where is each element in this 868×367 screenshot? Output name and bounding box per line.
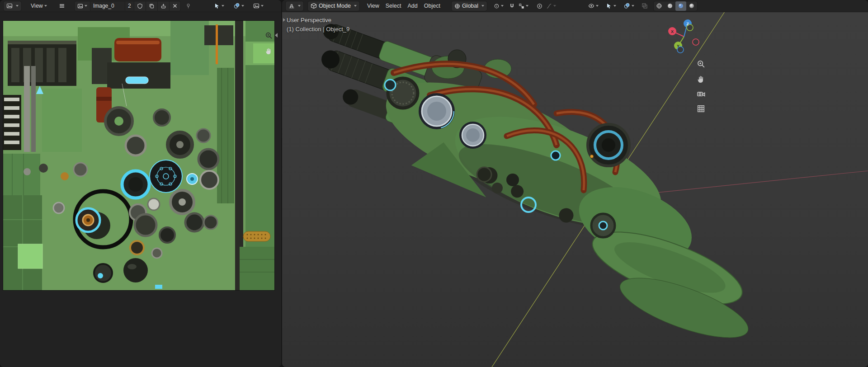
pan-hand-button[interactable] — [265, 47, 273, 55]
globe-icon — [454, 3, 460, 9]
pack-image-button[interactable] — [158, 1, 170, 11]
solid-sphere-icon — [667, 3, 673, 9]
pin-button[interactable] — [184, 1, 193, 10]
menu-view[interactable]: View — [28, 1, 50, 10]
channels-icon — [253, 3, 259, 9]
shading-solid-button[interactable] — [665, 1, 675, 11]
hamburger-button[interactable] — [57, 1, 66, 10]
browse-image-icon — [77, 3, 83, 9]
new-image-button[interactable] — [146, 1, 158, 11]
proportional-edit-button[interactable] — [535, 1, 544, 10]
snap-toggle-button[interactable] — [508, 1, 516, 10]
menu-select[interactable]: Select — [382, 1, 405, 10]
channels-dropdown[interactable] — [252, 1, 265, 10]
image-name-field[interactable]: Image_0 — [90, 1, 125, 11]
chevron-down-icon — [16, 5, 19, 7]
magnet-icon — [509, 3, 515, 9]
pan-hand-icon — [265, 47, 273, 55]
gizmo-axis-x-neg — [693, 39, 699, 45]
mode-dropdown[interactable]: Object Mode — [308, 1, 359, 11]
svg-text:Z: Z — [686, 22, 689, 26]
wireframe-sphere-icon — [656, 3, 662, 9]
chevron-down-icon — [44, 5, 47, 7]
chevron-down-icon — [596, 5, 599, 7]
browse-image-button[interactable] — [75, 1, 90, 11]
pin-icon — [185, 3, 191, 9]
shading-material-button[interactable] — [675, 1, 686, 11]
uv-texture-image — [3, 21, 274, 290]
users-count-button[interactable]: 2 — [125, 1, 134, 11]
image-editor-panel: View Image_0 2 — [0, 0, 281, 367]
editor-type-button[interactable] — [4, 1, 21, 11]
chevron-down-icon — [526, 5, 528, 7]
ortho-grid-icon — [697, 104, 705, 113]
falloff-icon — [546, 3, 552, 9]
snap-target-icon — [519, 3, 524, 9]
xray-toggle-button[interactable] — [640, 1, 649, 10]
origin-point — [590, 155, 594, 158]
chevron-down-icon — [553, 5, 556, 7]
viewport-header-right-cluster — [587, 1, 697, 11]
shield-icon — [137, 3, 143, 9]
sidebar-expand-arrow[interactable] — [283, 18, 285, 22]
zoom-button[interactable] — [697, 60, 705, 68]
cube-icon — [311, 3, 317, 9]
close-icon — [172, 3, 178, 9]
snap-settings-dropdown[interactable] — [517, 1, 530, 10]
orientation-dropdown[interactable]: Global — [452, 1, 487, 11]
viewport-3d-panel: Object Mode View Select Add Object Globa… — [282, 0, 868, 367]
pivot-icon — [494, 3, 500, 9]
xray-icon — [642, 3, 648, 9]
zoom-in-icon — [265, 32, 273, 39]
selected-uv-island — [150, 160, 182, 193]
overlays-dropdown[interactable] — [232, 1, 245, 10]
overlays-icon — [233, 3, 240, 9]
viewport-canvas[interactable]: User Perspective (1) Collection | Object… — [282, 12, 868, 367]
ortho-toggle-button[interactable] — [697, 104, 705, 113]
svg-text:X: X — [671, 29, 674, 34]
pan-button[interactable] — [697, 75, 705, 83]
pivot-point-dropdown[interactable] — [492, 1, 505, 10]
image-editor-icon — [6, 3, 13, 9]
navigation-gizmo[interactable]: X Y Z — [664, 17, 705, 57]
editor-type-button[interactable] — [286, 1, 303, 11]
zoom-in-icon — [697, 60, 705, 68]
camera-view-button[interactable] — [697, 89, 705, 98]
model-hull — [282, 16, 800, 350]
shading-mode-group — [654, 1, 697, 11]
view-perspective-label: User Perspective — [287, 17, 331, 24]
chevron-down-icon — [481, 5, 484, 7]
viewport-editor-icon — [288, 3, 295, 9]
proportional-falloff-dropdown[interactable] — [545, 1, 557, 10]
chevron-down-icon — [222, 5, 224, 7]
chevron-down-icon — [85, 5, 87, 7]
sidebar-collapse-arrow[interactable] — [275, 33, 278, 38]
image-editor-canvas[interactable] — [0, 12, 281, 367]
chevron-down-icon — [241, 5, 244, 7]
unlink-image-button[interactable] — [170, 1, 180, 11]
overlays-dropdown[interactable] — [622, 1, 636, 10]
blender-window: View Image_0 2 — [0, 0, 868, 367]
image-editor-header: View Image_0 2 — [0, 0, 281, 12]
shading-wireframe-button[interactable] — [654, 1, 665, 11]
menu-add[interactable]: Add — [405, 1, 421, 10]
object-visibility-dropdown[interactable] — [587, 1, 600, 10]
shading-rendered-button[interactable] — [686, 1, 697, 11]
camera-view-icon — [697, 89, 705, 98]
duplicate-icon — [149, 3, 155, 9]
fake-user-button[interactable] — [134, 1, 146, 11]
viewport-header: Object Mode View Select Add Object Globa… — [282, 0, 868, 12]
material-sphere-icon — [678, 3, 684, 9]
menu-view[interactable]: View — [364, 1, 382, 10]
gizmos-dropdown[interactable] — [212, 1, 226, 10]
zoom-in-button[interactable] — [265, 32, 273, 39]
gizmos-dropdown[interactable] — [604, 1, 618, 10]
menu-object[interactable]: Object — [421, 1, 443, 10]
chevron-down-icon — [354, 5, 357, 7]
chevron-down-icon — [613, 5, 616, 7]
pan-hand-icon — [697, 75, 705, 83]
scene-3d — [282, 12, 868, 367]
gizmo-arrow-icon — [606, 3, 612, 9]
rendered-sphere-icon — [689, 3, 695, 9]
hamburger-icon — [59, 3, 65, 9]
